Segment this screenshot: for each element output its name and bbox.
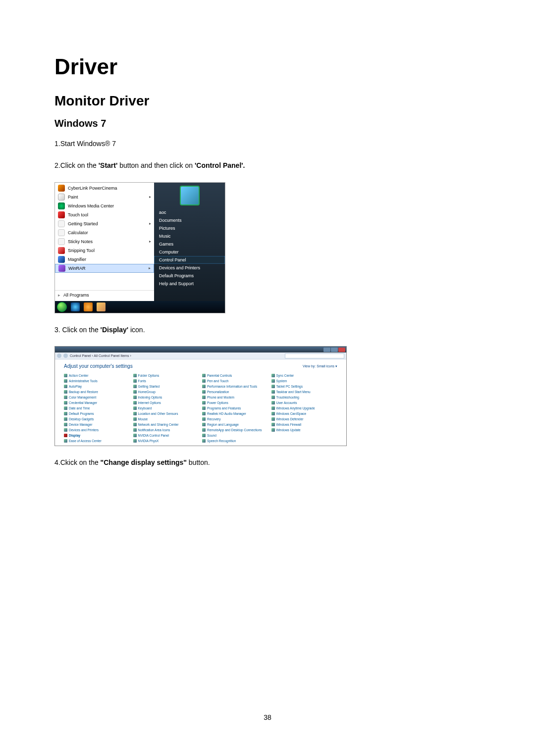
control-panel-item[interactable]: Phone and Modem	[202, 395, 268, 400]
start-menu-left-pane: CyberLink PowerCinemaPaint▸Windows Media…	[55, 183, 154, 313]
control-panel-item[interactable]: AutoPlay	[64, 384, 130, 389]
start-menu-right-item[interactable]: Music	[154, 232, 225, 240]
control-panel-item-icon	[64, 406, 67, 410]
start-menu-right-item[interactable]: Control Panel	[154, 256, 225, 264]
control-panel-item[interactable]: Windows Anytime Upgrade	[271, 405, 338, 410]
control-panel-item[interactable]: Keyboard	[133, 405, 200, 410]
control-panel-item[interactable]: Region and Language	[202, 422, 268, 427]
breadcrumb[interactable]: Control Panel › All Control Panel Items …	[70, 354, 131, 357]
control-panel-item[interactable]: Windows Firewall	[271, 422, 338, 427]
control-panel-item[interactable]: Network and Sharing Center	[133, 422, 200, 427]
control-panel-item[interactable]: Windows CardSpace	[271, 411, 338, 416]
start-menu-item[interactable]: Paint▸	[55, 193, 154, 202]
start-menu-right-item[interactable]: Help and Support	[154, 280, 225, 288]
control-panel-item[interactable]: Pen and Touch	[202, 378, 268, 383]
start-menu-item[interactable]: Magnifier	[55, 255, 154, 264]
control-panel-item[interactable]: NVIDIA Control Panel	[133, 433, 200, 438]
start-menu-right-item[interactable]: Documents	[154, 216, 225, 224]
control-panel-item[interactable]: Administrative Tools	[64, 378, 130, 383]
control-panel-item-label: Taskbar and Start Menu	[276, 390, 311, 394]
control-panel-item[interactable]: Power Options	[202, 400, 268, 405]
start-menu-item[interactable]: Windows Media Center	[55, 202, 154, 210]
control-panel-item[interactable]: User Accounts	[271, 400, 338, 405]
start-menu-right-item[interactable]: aoc	[154, 208, 225, 216]
control-panel-item[interactable]: Default Programs	[64, 411, 130, 416]
control-panel-item[interactable]: Device Manager	[64, 422, 130, 427]
control-panel-item[interactable]: Devices and Printers	[64, 427, 130, 432]
control-panel-item[interactable]: Folder Options	[133, 373, 200, 378]
control-panel-item-label: Phone and Modem	[207, 396, 234, 399]
blank-icon	[58, 220, 65, 227]
control-panel-item[interactable]: System	[271, 378, 338, 383]
control-panel-item[interactable]: Action Center	[64, 373, 130, 378]
user-avatar-icon[interactable]	[180, 186, 200, 205]
control-panel-item[interactable]: Internet Options	[133, 400, 200, 405]
control-panel-item[interactable]: Credential Manager	[64, 400, 130, 405]
start-menu-right-item[interactable]: Pictures	[154, 224, 225, 232]
taskbar-wmp-icon[interactable]	[84, 302, 93, 311]
control-panel-item[interactable]: Recovery	[202, 416, 268, 421]
control-panel-item[interactable]: Desktop Gadgets	[64, 416, 130, 421]
start-menu-right-item[interactable]: Computer	[154, 248, 225, 256]
start-menu-item[interactable]: Getting Started▸	[55, 219, 154, 228]
control-panel-item[interactable]: Date and Time	[64, 405, 130, 410]
control-panel-item[interactable]: Mouse	[133, 416, 200, 421]
minimize-button[interactable]	[323, 348, 330, 352]
start-menu-item[interactable]: Sticky Notes▸	[55, 237, 154, 246]
all-programs[interactable]: ▸ All Programs	[55, 290, 154, 300]
control-panel-item[interactable]: RemoteApp and Desktop Connections	[202, 427, 268, 432]
control-panel-item[interactable]: Fonts	[133, 378, 200, 383]
control-panel-item[interactable]: Location and Other Sensors	[133, 411, 200, 416]
control-panel-item[interactable]: Performance Information and Tools	[202, 384, 268, 389]
control-panel-item[interactable]: Backup and Restore	[64, 389, 130, 394]
taskbar-ie-icon[interactable]	[71, 302, 80, 311]
control-panel-item[interactable]: Indexing Options	[133, 395, 200, 400]
taskbar-explorer-icon[interactable]	[97, 302, 106, 311]
control-panel-item[interactable]: Tablet PC Settings	[271, 384, 338, 389]
start-menu-right-item[interactable]: Games	[154, 240, 225, 248]
start-menu-item[interactable]: Snipping Tool	[55, 246, 154, 255]
nav-forward-icon[interactable]	[63, 353, 68, 358]
control-panel-item[interactable]: Ease of Access Center	[64, 438, 130, 443]
start-menu-right-item[interactable]: Default Programs	[154, 272, 225, 280]
nav-back-icon[interactable]	[57, 353, 61, 358]
cp-search-input[interactable]	[285, 353, 344, 358]
start-menu-item[interactable]: CyberLink PowerCinema	[55, 184, 154, 193]
close-button[interactable]	[338, 348, 345, 352]
control-panel-item-icon	[202, 406, 206, 410]
control-panel-item[interactable]: HomeGroup	[133, 389, 200, 394]
start-menu-item[interactable]: Calculator	[55, 228, 154, 237]
control-panel-item-label: AutoPlay	[69, 385, 82, 388]
section-title: Monitor Driver	[54, 93, 481, 109]
start-menu-item[interactable]: WinRAR▸	[55, 264, 154, 273]
maximize-button[interactable]	[331, 348, 338, 352]
control-panel-item-icon	[133, 406, 137, 410]
control-panel-item-label: Location and Other Sensors	[138, 412, 178, 415]
step-2-bold-start: 'Start'	[99, 161, 118, 169]
control-panel-item[interactable]: Display	[64, 433, 130, 438]
control-panel-item[interactable]: Programs and Features	[202, 405, 268, 410]
control-panel-item[interactable]: Color Management	[64, 395, 130, 400]
control-panel-item[interactable]: Windows Update	[271, 427, 338, 432]
control-panel-item[interactable]: Windows Defender	[271, 416, 338, 421]
control-panel-item[interactable]: Troubleshooting	[271, 395, 338, 400]
control-panel-item-icon	[133, 385, 137, 388]
snip-icon	[58, 247, 65, 254]
start-menu-item[interactable]: Touch tool	[55, 210, 154, 219]
control-panel-item[interactable]: Getting Started	[133, 384, 200, 389]
control-panel-item[interactable]: Taskbar and Start Menu	[271, 389, 338, 394]
control-panel-item[interactable]: Notification Area Icons	[133, 427, 200, 432]
start-menu-item-label: Getting Started	[68, 221, 98, 226]
step-3-bold-display: 'Display'	[101, 326, 128, 334]
control-panel-item[interactable]: Sync Center	[271, 373, 338, 378]
view-by-dropdown[interactable]: View by: Small icons ▾	[303, 364, 337, 368]
control-panel-item[interactable]: Parental Controls	[202, 373, 268, 378]
control-panel-item-icon	[202, 412, 206, 415]
start-menu-right-item[interactable]: Devices and Printers	[154, 264, 225, 272]
control-panel-item[interactable]: Speech Recognition	[202, 438, 268, 443]
start-orb-icon[interactable]	[57, 302, 67, 312]
control-panel-item[interactable]: Realtek HD Audio Manager	[202, 411, 268, 416]
control-panel-item[interactable]: Personalization	[202, 389, 268, 394]
control-panel-item[interactable]: Sound	[202, 433, 268, 438]
control-panel-item[interactable]: NVIDIA PhysX	[133, 438, 200, 443]
